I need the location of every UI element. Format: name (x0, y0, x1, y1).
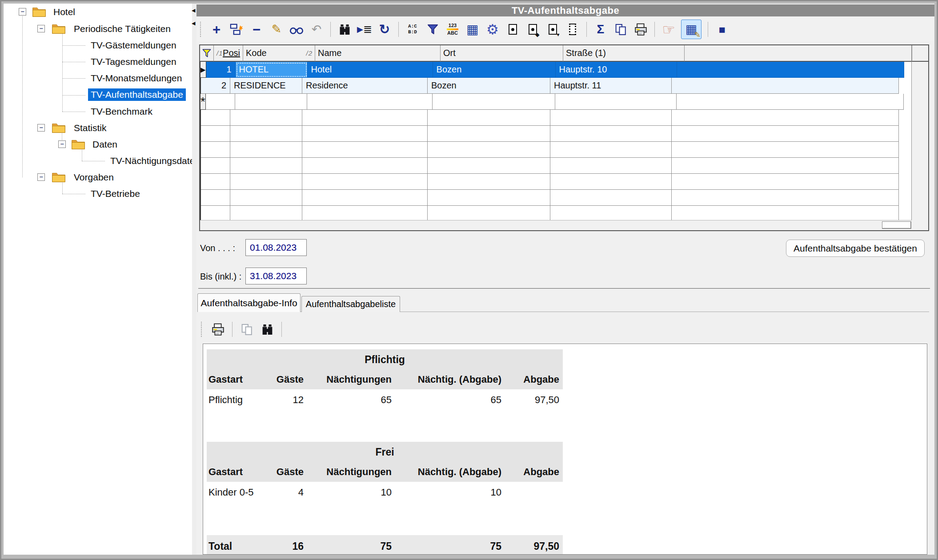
tree-item-statistik[interactable]: Statistik (4, 120, 192, 136)
toolbar-separator (654, 22, 655, 37)
find-icon[interactable] (337, 21, 352, 37)
tree-item-tv-tagesmeldungen[interactable]: TV-Tagesmeldungen (4, 54, 192, 70)
tree-item-periodische-taetigkeiten[interactable]: Periodische Tätigkeiten (4, 21, 192, 37)
collapse-left-icon[interactable] (192, 8, 195, 13)
grid-row-selected[interactable]: 1 HOTEL Hotel Bozen Hauptstr. 10 (200, 62, 912, 78)
cell-empty[interactable] (677, 62, 904, 78)
tree-connector (82, 161, 105, 161)
confirm-aufenthaltsabgabe-button[interactable]: Aufenthaltsabgabe bestätigen (786, 240, 925, 257)
filmstrip-icon[interactable] (565, 21, 580, 37)
cell-empty[interactable] (672, 78, 899, 94)
col-gastart: Gastart (207, 370, 260, 389)
tree-item-label[interactable]: TV-Tagesmeldungen (91, 56, 176, 67)
collapse-toggle-icon[interactable] (19, 8, 26, 16)
tree-item-label[interactable]: TV-Nächtigungsdaten (110, 156, 200, 166)
grid-row[interactable]: 2 RESIDENCE Residence Bozen Hauptstr. 11 (200, 78, 912, 94)
report-copy-icon[interactable] (239, 321, 254, 337)
column-header-posi[interactable]: 1Posi (214, 45, 243, 62)
tree-item-vorgaben[interactable]: Vorgaben (4, 169, 192, 185)
view-icon[interactable] (289, 21, 304, 37)
cell-posi[interactable]: 2 (201, 78, 230, 94)
sum-icon[interactable] (593, 21, 608, 37)
grid-view-icon[interactable] (465, 21, 480, 37)
copy-icon[interactable] (613, 21, 628, 37)
tree-item-label[interactable]: TV-Betriebe (91, 188, 140, 199)
cell-ort[interactable]: Bozen (428, 78, 550, 94)
cell-name[interactable]: Residence (302, 78, 428, 94)
vertical-scrollbar[interactable] (911, 62, 928, 220)
cell-strasse[interactable]: Hauptstr. 11 (550, 78, 672, 94)
add-icon[interactable] (209, 21, 224, 37)
toolbar-separator (281, 322, 282, 337)
tree-item-label[interactable]: Periodische Tätigkeiten (74, 24, 171, 34)
report-print-icon[interactable] (210, 321, 225, 337)
tree-item-tv-benchmark[interactable]: TV-Benchmark (4, 104, 192, 120)
scrollbar-thumb[interactable] (882, 221, 911, 229)
collapse-toggle-icon[interactable] (58, 140, 66, 148)
scrollbar-corner (912, 220, 928, 230)
refresh-icon[interactable] (377, 21, 392, 37)
von-date-input[interactable] (245, 239, 307, 256)
panel-splitter[interactable] (192, 4, 196, 555)
report-find-icon[interactable] (260, 321, 275, 337)
toolbar-grip[interactable] (201, 322, 203, 337)
cell-kode[interactable]: RESIDENCE (230, 78, 302, 94)
cell-posi[interactable]: 1 (206, 62, 236, 78)
bookmark-next-icon[interactable] (545, 21, 560, 37)
app-window: Hotel Periodische Tätigkeiten TV-Gästeme… (0, 0, 938, 560)
number-format-icon[interactable] (445, 21, 460, 37)
settings-gear-icon[interactable] (485, 21, 500, 37)
grid-empty-row (200, 174, 912, 190)
undo-icon[interactable] (309, 21, 324, 37)
cell-kode-focused[interactable]: HOTEL (236, 62, 308, 78)
bis-date-input[interactable] (245, 268, 307, 284)
cell-strasse[interactable]: Hauptstr. 10 (556, 62, 677, 78)
stop-icon[interactable] (714, 21, 730, 37)
tree-item-daten[interactable]: Daten (4, 136, 192, 152)
tab-aufenthaltsabgabeliste[interactable]: Aufenthaltsabgabeliste (301, 296, 400, 312)
collapse-toggle-icon[interactable] (37, 173, 45, 181)
bookmark-set-icon[interactable] (505, 21, 520, 37)
column-header-strasse[interactable]: Straße (1) (563, 45, 685, 62)
tree-item-label[interactable]: Statistik (74, 123, 107, 133)
cell-name[interactable]: Hotel (308, 62, 433, 78)
tree-item-label[interactable]: Daten (92, 139, 117, 150)
section-title: Pflichtig (207, 349, 563, 370)
collapse-toggle-icon[interactable] (37, 25, 45, 32)
tree-item-hotel[interactable]: Hotel (4, 4, 192, 20)
horizontal-scrollbar[interactable] (200, 220, 912, 230)
toolbar-grip[interactable] (200, 22, 202, 37)
pointer-hand-icon[interactable] (661, 21, 676, 37)
goto-record-icon[interactable] (357, 21, 372, 37)
tree-item-label-selected[interactable]: TV-Aufenthaltsabgabe (88, 88, 186, 101)
tree-item-label[interactable]: TV-Gästemeldungen (91, 40, 176, 51)
column-header-kode[interactable]: Kode2 (243, 45, 315, 62)
tree-item-label[interactable]: TV-Monatsmeldungen (91, 73, 182, 84)
col-naechtigungen: Nächtigungen (307, 370, 395, 389)
tree-item-tv-gaestemeldungen[interactable]: TV-Gästemeldungen (4, 37, 192, 53)
delete-icon[interactable] (249, 21, 264, 37)
bookmark-goto-icon[interactable] (525, 21, 540, 37)
column-header-name[interactable]: Name (315, 45, 441, 62)
edit-icon[interactable] (269, 21, 284, 37)
collapse-left-icon[interactable] (192, 20, 195, 26)
grid-edit-active-icon[interactable] (681, 20, 701, 39)
column-header-ort[interactable]: Ort (441, 45, 563, 62)
sort-order-icon[interactable] (405, 21, 420, 37)
tree-item-tv-naechtigungsdaten[interactable]: TV-Nächtigungsdaten (4, 153, 192, 169)
print-icon[interactable] (633, 21, 648, 37)
collapse-toggle-icon[interactable] (37, 124, 45, 132)
cell-ort[interactable]: Bozen (433, 62, 556, 78)
tree-item-tv-aufenthaltsabgabe[interactable]: TV-Aufenthaltsabgabe (4, 87, 192, 103)
tree-item-label[interactable]: TV-Benchmark (91, 106, 152, 117)
column-header-empty (685, 45, 912, 62)
tree-item-tv-betriebe[interactable]: TV-Betriebe (4, 186, 192, 202)
tree-item-label[interactable]: Vorgaben (74, 172, 114, 183)
tree-item-tv-monatsmeldungen[interactable]: TV-Monatsmeldungen (4, 70, 192, 86)
grid-filter-icon[interactable] (200, 45, 214, 62)
grid-new-row[interactable]: * (200, 94, 912, 110)
duplicate-record-icon[interactable] (229, 21, 244, 37)
filter-icon[interactable] (425, 21, 440, 37)
tab-aufenthaltsabgabe-info[interactable]: Aufenthaltsabgabe-Info (197, 293, 301, 312)
tree-item-label[interactable]: Hotel (53, 7, 75, 17)
